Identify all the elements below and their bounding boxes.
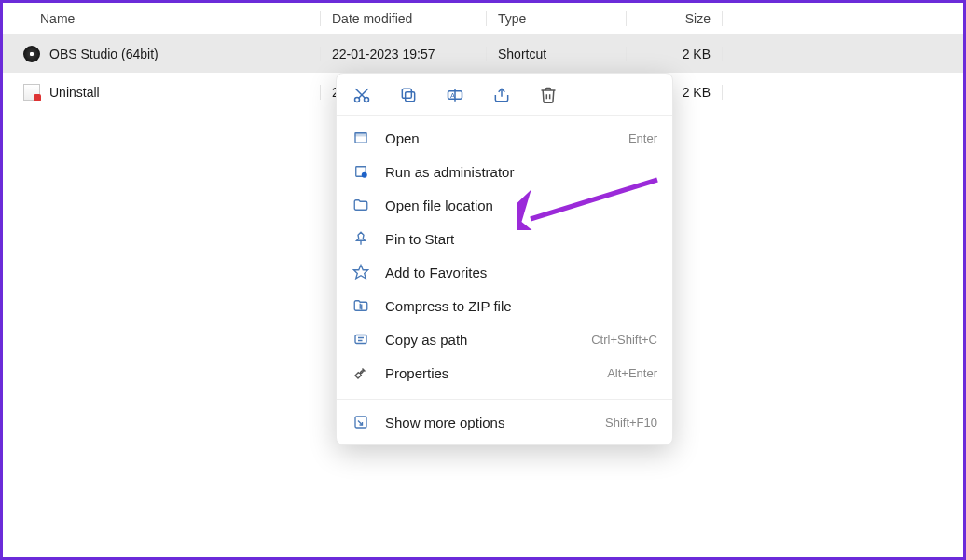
menu-item-label: Run as administrator: [385, 164, 642, 180]
column-header-row: Name Date modified Type Size: [3, 3, 963, 34]
menu-item-compress-zip[interactable]: Compress to ZIP file: [337, 289, 672, 322]
star-icon: [352, 263, 370, 281]
svg-rect-21: [355, 417, 366, 428]
menu-item-label: Copy as path: [385, 332, 576, 348]
menu-item-properties[interactable]: Properties Alt+Enter: [337, 356, 672, 389]
menu-item-copy-path[interactable]: Copy as path Ctrl+Shift+C: [337, 322, 672, 356]
menu-item-open[interactable]: Open Enter: [337, 121, 672, 155]
menu-item-shortcut: Shift+F10: [605, 416, 657, 430]
svg-rect-18: [355, 335, 366, 344]
menu-item-label: Compress to ZIP file: [385, 298, 642, 314]
menu-item-shortcut: Alt+Enter: [607, 366, 657, 380]
share-icon[interactable]: [491, 85, 512, 105]
pin-icon: [352, 229, 370, 248]
column-header-size[interactable]: Size: [626, 11, 723, 26]
file-date: 22-01-2023 19:57: [320, 47, 486, 61]
context-menu: A Open Enter Run as administrator: [336, 73, 673, 445]
admin-shield-icon: [352, 162, 370, 181]
menu-item-add-favorites[interactable]: Add to Favorites: [337, 255, 672, 289]
menu-item-label: Show more options: [385, 415, 590, 430]
file-name: Uninstall: [49, 85, 100, 100]
svg-marker-15: [354, 266, 368, 279]
svg-rect-4: [406, 92, 415, 102]
menu-item-shortcut: Ctrl+Shift+C: [591, 333, 657, 347]
menu-item-shortcut: Enter: [628, 131, 657, 145]
file-size: 2 KB: [626, 47, 723, 61]
menu-item-open-file-location[interactable]: Open file location: [337, 188, 672, 222]
context-menu-quick-actions: A: [337, 74, 672, 116]
zip-icon: [352, 296, 370, 315]
menu-separator: [337, 399, 672, 400]
svg-rect-5: [402, 89, 411, 98]
copy-icon[interactable]: [398, 85, 419, 105]
svg-text:A: A: [450, 91, 455, 100]
menu-item-label: Properties: [385, 365, 592, 381]
svg-point-13: [362, 172, 367, 178]
column-header-date[interactable]: Date modified: [320, 11, 486, 26]
folder-icon: [352, 196, 370, 214]
menu-item-run-admin[interactable]: Run as administrator: [337, 155, 672, 188]
menu-item-label: Add to Favorites: [385, 265, 642, 280]
menu-item-pin-start[interactable]: Pin to Start: [337, 222, 672, 255]
column-header-name[interactable]: Name: [3, 11, 320, 26]
obs-icon: [23, 46, 40, 62]
column-header-type[interactable]: Type: [486, 11, 626, 26]
delete-icon[interactable]: [538, 85, 559, 105]
uninstall-icon: [23, 84, 40, 101]
cut-icon[interactable]: [352, 85, 372, 105]
table-row[interactable]: OBS Studio (64bit) 22-01-2023 19:57 Shor…: [3, 34, 963, 73]
wrench-icon: [352, 363, 370, 382]
menu-item-label: Pin to Start: [385, 231, 642, 247]
copy-path-icon: [352, 330, 370, 348]
more-options-icon: [352, 413, 370, 431]
file-name: OBS Studio (64bit): [49, 47, 159, 61]
svg-rect-11: [355, 133, 366, 136]
menu-item-label: Open: [385, 130, 614, 146]
open-icon: [352, 129, 370, 147]
menu-item-label: Open file location: [385, 198, 642, 213]
file-type: Shortcut: [486, 47, 626, 61]
rename-icon[interactable]: A: [445, 85, 465, 105]
menu-item-show-more[interactable]: Show more options Shift+F10: [337, 405, 672, 439]
